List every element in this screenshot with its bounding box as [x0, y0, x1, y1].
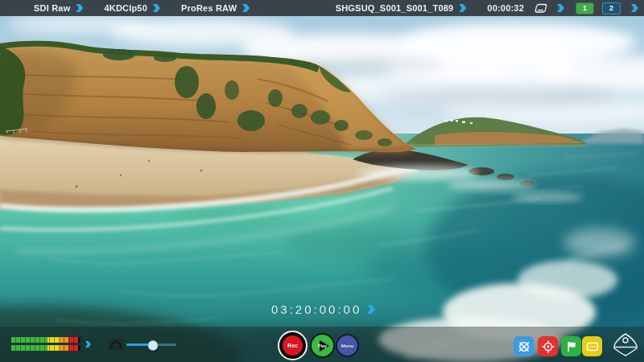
disk-icon — [534, 3, 548, 14]
focus-peaking-button[interactable] — [538, 336, 558, 356]
codec-label: ProRes RAW — [181, 0, 237, 16]
flag-button[interactable] — [561, 336, 581, 356]
chevron-right-icon — [557, 4, 564, 12]
storage-trigger[interactable]: 00:00:32 — [487, 0, 564, 16]
captions-icon — [585, 339, 600, 354]
volume-handle[interactable] — [148, 340, 159, 351]
time-remaining: 00:00:32 — [487, 0, 524, 16]
media-slots-trigger[interactable]: 1 2 — [576, 2, 638, 14]
volume-track — [126, 343, 176, 346]
flag-icon — [564, 339, 579, 354]
focus-peaking-icon — [541, 339, 555, 354]
format-label: 4KDCIp50 — [104, 0, 147, 16]
chevron-right-icon — [153, 4, 160, 12]
clip-name: SHGSUQ_S001_S001_T089 — [336, 0, 454, 16]
chevron-right-icon — [459, 4, 466, 12]
chevron-right-icon — [76, 4, 83, 12]
audio-meter-ch2 — [11, 345, 80, 351]
play-button[interactable]: Play — [310, 333, 335, 358]
format-trigger[interactable]: 4KDCIp50 — [104, 0, 160, 16]
chevron-right-icon — [367, 305, 375, 314]
monitor-screen: SDI Raw 4KDCIp50 ProRes RAW SHGSUQ_S001_… — [0, 0, 644, 362]
media-slot-2-badge: 2 — [602, 2, 621, 14]
input-trigger[interactable]: SDI Raw — [34, 0, 83, 16]
menu-button-label: Menu — [341, 343, 354, 348]
timecode-value: 03:20:00:00 — [271, 302, 361, 316]
media-slot-1-badge: 1 — [576, 2, 594, 14]
chevron-right-icon — [631, 4, 638, 12]
menu-button[interactable]: Menu — [336, 334, 359, 357]
monitor-assist-icon — [517, 339, 531, 354]
top-bar: SDI Raw 4KDCIp50 ProRes RAW SHGSUQ_S001_… — [0, 0, 644, 16]
headphone-volume-slider[interactable] — [109, 339, 176, 350]
audio-meter-ch1 — [11, 337, 80, 343]
play-button-label: Play — [312, 343, 333, 348]
atomos-logo — [611, 331, 640, 359]
captions-button[interactable] — [582, 336, 602, 356]
rec-button-label: Rec — [283, 335, 303, 356]
codec-trigger[interactable]: ProRes RAW — [181, 0, 250, 16]
clip-name-trigger[interactable]: SHGSUQ_S001_S001_T089 — [336, 0, 467, 16]
timecode-overlay[interactable]: 03:20:00:00 — [271, 302, 375, 316]
monitor-assist-button[interactable] — [514, 336, 534, 356]
headphones-icon — [109, 339, 122, 350]
audio-meters[interactable] — [11, 337, 80, 353]
input-label: SDI Raw — [34, 0, 70, 16]
chevron-right-icon — [242, 4, 250, 12]
rec-button[interactable]: Rec — [278, 331, 308, 360]
